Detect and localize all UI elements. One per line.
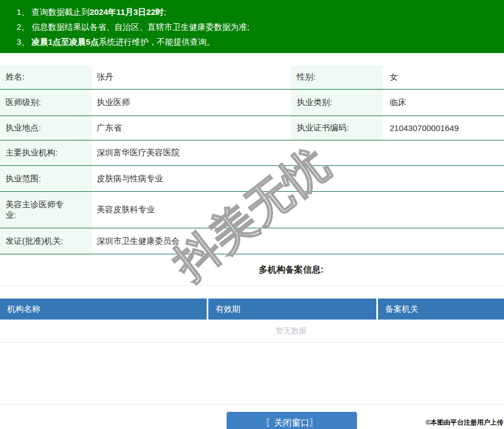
certificate-no-value: 210430700001649 <box>382 116 504 140</box>
practitioner-info-table: 姓名: 张丹 性别: 女 医师级别: 执业医师 执业类别: 临床 执业地点: 广… <box>0 65 504 254</box>
issuing-authority-label: 发证(批准)机关: <box>0 228 92 254</box>
doctor-level-label: 医师级别: <box>0 90 92 116</box>
close-window-button[interactable]: 〖关闭窗口〗 <box>227 412 357 429</box>
notice-bold-text: 凌晨1点至凌晨5点 <box>32 37 99 46</box>
spacer <box>0 343 504 404</box>
content-container: 1、查询数据截止到2024年11月3日22时; 2、信息数据结果以各省、自治区、… <box>0 0 504 428</box>
notice-text: 查询数据截止到 <box>32 7 90 17</box>
no-data-placeholder: 暂无数据 <box>0 320 504 343</box>
notice-line-3: 3、凌晨1点至凌晨5点系统进行维护，不能提供查询。 <box>17 34 504 49</box>
table-row-practice-scope: 执业范围: 皮肤病与性病专业 <box>0 166 504 192</box>
notice-text-suffix: ; <box>164 7 166 17</box>
notice-text: 信息数据结果以各省、自治区、直辖市卫生健康委数据为准; <box>32 22 249 32</box>
practice-location-label: 执业地点: <box>0 116 92 140</box>
notice-bold-text: 2024年11月3日22时 <box>90 7 164 17</box>
main-institution-label: 主要执业机构: <box>0 140 92 165</box>
notice-number: 1、 <box>17 4 32 19</box>
notice-number: 3、 <box>17 34 32 49</box>
registration-table-header: 机构名称 有效期 备案机关 <box>0 299 504 320</box>
column-header-institution: 机构名称 <box>0 299 208 320</box>
practice-category-label: 执业类别: <box>291 90 382 116</box>
gender-value: 女 <box>382 65 504 89</box>
query-result-page: 1、查询数据截止到2024年11月3日22时; 2、信息数据结果以各省、自治区、… <box>0 0 504 429</box>
table-row-level-category: 医师级别: 执业医师 执业类别: 临床 <box>0 90 504 116</box>
notice-line-2: 2、信息数据结果以各省、自治区、直辖市卫生健康委数据为准; <box>17 19 504 34</box>
gender-label: 性别: <box>291 65 382 89</box>
notice-text-suffix: 系统进行维护，不能提供查询。 <box>99 37 215 46</box>
cosmetic-specialty-label: 美容主诊医师专业: <box>0 192 92 228</box>
practice-category-value: 临床 <box>382 90 504 116</box>
main-institution-value: 深圳富华医疗美容医院 <box>92 140 504 165</box>
practice-location-value: 广东省 <box>92 116 291 140</box>
column-header-validity: 有效期 <box>208 299 378 320</box>
practice-scope-label: 执业范围: <box>0 166 92 191</box>
practice-scope-value: 皮肤病与性病专业 <box>92 166 504 191</box>
table-row-main-institution: 主要执业机构: 深圳富华医疗美容医院 <box>0 140 504 166</box>
name-value: 张丹 <box>92 65 291 89</box>
name-label: 姓名: <box>0 65 92 89</box>
issuing-authority-value: 深圳市卫生健康委员会 <box>92 228 504 254</box>
upload-credit-text: ©本图由平台注册用户上传 <box>426 418 503 427</box>
notice-line-1: 1、查询数据截止到2024年11月3日22时; <box>17 4 504 19</box>
notice-number: 2、 <box>17 19 32 34</box>
table-row-location-certificate: 执业地点: 广东省 执业证书编码: 210430700001649 <box>0 116 504 140</box>
certificate-no-label: 执业证书编码: <box>291 116 382 140</box>
notice-banner: 1、查询数据截止到2024年11月3日22时; 2、信息数据结果以各省、自治区、… <box>0 0 504 53</box>
table-row-issuing-authority: 发证(批准)机关: 深圳市卫生健康委员会 <box>0 228 504 254</box>
table-row-cosmetic-specialty: 美容主诊医师专业: 美容皮肤科专业 <box>0 192 504 228</box>
doctor-level-value: 执业医师 <box>92 90 291 116</box>
cosmetic-specialty-value: 美容皮肤科专业 <box>92 192 504 228</box>
multi-org-section-title: 多机构备案信息: <box>0 254 504 286</box>
table-row-name-gender: 姓名: 张丹 性别: 女 <box>0 65 504 90</box>
column-header-authority: 备案机关 <box>378 299 504 320</box>
